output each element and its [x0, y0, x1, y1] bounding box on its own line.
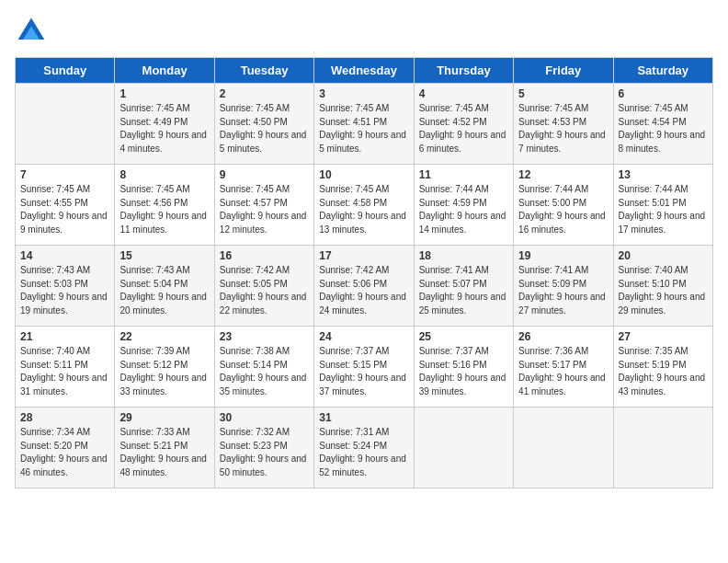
sunset-text: Sunset: 5:14 PM [220, 359, 309, 373]
weekday-header-friday: Friday [514, 58, 613, 84]
daylight-text: Daylight: 9 hours and 50 minutes. [220, 453, 309, 479]
weekday-header-sunday: Sunday [16, 58, 115, 84]
calendar-cell [613, 408, 712, 488]
sunset-text: Sunset: 5:20 PM [20, 440, 109, 454]
calendar-cell [16, 84, 115, 165]
daylight-text: Daylight: 9 hours and 24 minutes. [319, 291, 408, 317]
sunrise-text: Sunrise: 7:44 AM [619, 183, 708, 197]
calendar-cell: 9Sunrise: 7:45 AMSunset: 4:57 PMDaylight… [214, 165, 313, 246]
day-number: 20 [619, 249, 708, 262]
calendar-cell [514, 408, 613, 488]
sunset-text: Sunset: 5:15 PM [319, 359, 408, 373]
sunrise-text: Sunrise: 7:41 AM [419, 264, 508, 278]
sunset-text: Sunset: 5:21 PM [119, 440, 209, 454]
daylight-text: Daylight: 9 hours and 16 minutes. [518, 210, 608, 236]
day-number: 8 [119, 168, 209, 181]
sunrise-text: Sunrise: 7:45 AM [220, 102, 309, 116]
sunrise-text: Sunrise: 7:45 AM [319, 183, 408, 197]
calendar-cell: 22Sunrise: 7:39 AMSunset: 5:12 PMDayligh… [115, 327, 214, 408]
sunset-text: Sunset: 4:51 PM [319, 116, 408, 130]
day-info: Sunrise: 7:45 AMSunset: 4:58 PMDaylight:… [319, 183, 408, 236]
daylight-text: Daylight: 9 hours and 33 minutes. [119, 372, 209, 398]
day-number: 31 [319, 411, 408, 424]
daylight-text: Daylight: 9 hours and 31 minutes. [20, 372, 109, 398]
weekday-header-wednesday: Wednesday [314, 58, 414, 84]
sunset-text: Sunset: 4:49 PM [119, 116, 209, 130]
calendar-cell: 18Sunrise: 7:41 AMSunset: 5:07 PMDayligh… [414, 246, 513, 327]
calendar-cell: 12Sunrise: 7:44 AMSunset: 5:00 PMDayligh… [514, 165, 613, 246]
daylight-text: Daylight: 9 hours and 11 minutes. [119, 210, 209, 236]
calendar-cell: 24Sunrise: 7:37 AMSunset: 5:15 PMDayligh… [314, 327, 414, 408]
day-info: Sunrise: 7:34 AMSunset: 5:20 PMDaylight:… [20, 426, 109, 479]
sunrise-text: Sunrise: 7:32 AM [220, 426, 309, 440]
day-number: 22 [119, 330, 209, 343]
calendar-cell: 1Sunrise: 7:45 AMSunset: 4:49 PMDaylight… [115, 84, 214, 165]
day-info: Sunrise: 7:41 AMSunset: 5:07 PMDaylight:… [419, 264, 508, 317]
day-info: Sunrise: 7:40 AMSunset: 5:11 PMDaylight:… [20, 345, 109, 398]
calendar-cell: 28Sunrise: 7:34 AMSunset: 5:20 PMDayligh… [16, 408, 115, 488]
day-number: 9 [220, 168, 309, 181]
calendar-cell [414, 408, 513, 488]
day-number: 29 [119, 411, 209, 424]
sunrise-text: Sunrise: 7:40 AM [619, 264, 708, 278]
calendar-cell: 15Sunrise: 7:43 AMSunset: 5:04 PMDayligh… [115, 246, 214, 327]
sunrise-text: Sunrise: 7:42 AM [220, 264, 309, 278]
sunrise-text: Sunrise: 7:37 AM [319, 345, 408, 359]
day-info: Sunrise: 7:33 AMSunset: 5:21 PMDaylight:… [119, 426, 209, 479]
weekday-header-saturday: Saturday [613, 58, 712, 84]
daylight-text: Daylight: 9 hours and 29 minutes. [619, 291, 708, 317]
calendar-cell: 26Sunrise: 7:36 AMSunset: 5:17 PMDayligh… [514, 327, 613, 408]
daylight-text: Daylight: 9 hours and 4 minutes. [119, 129, 209, 155]
day-number: 11 [419, 168, 508, 181]
weekday-header-row: SundayMondayTuesdayWednesdayThursdayFrid… [16, 58, 713, 84]
sunset-text: Sunset: 4:57 PM [220, 197, 309, 211]
daylight-text: Daylight: 9 hours and 39 minutes. [419, 372, 508, 398]
calendar-cell: 4Sunrise: 7:45 AMSunset: 4:52 PMDaylight… [414, 84, 513, 165]
day-info: Sunrise: 7:45 AMSunset: 4:52 PMDaylight:… [419, 102, 508, 155]
daylight-text: Daylight: 9 hours and 8 minutes. [619, 129, 708, 155]
sunset-text: Sunset: 5:09 PM [518, 278, 608, 292]
day-info: Sunrise: 7:37 AMSunset: 5:15 PMDaylight:… [319, 345, 408, 398]
logo [15, 15, 51, 48]
day-info: Sunrise: 7:41 AMSunset: 5:09 PMDaylight:… [518, 264, 608, 317]
day-info: Sunrise: 7:42 AMSunset: 5:05 PMDaylight:… [220, 264, 309, 317]
day-info: Sunrise: 7:45 AMSunset: 4:57 PMDaylight:… [220, 183, 309, 236]
day-info: Sunrise: 7:43 AMSunset: 5:04 PMDaylight:… [119, 264, 209, 317]
sunrise-text: Sunrise: 7:36 AM [518, 345, 608, 359]
calendar-cell: 25Sunrise: 7:37 AMSunset: 5:16 PMDayligh… [414, 327, 513, 408]
day-number: 17 [319, 249, 408, 262]
day-info: Sunrise: 7:45 AMSunset: 4:53 PMDaylight:… [518, 102, 608, 155]
day-info: Sunrise: 7:42 AMSunset: 5:06 PMDaylight:… [319, 264, 408, 317]
day-number: 6 [619, 87, 708, 100]
day-info: Sunrise: 7:45 AMSunset: 4:51 PMDaylight:… [319, 102, 408, 155]
day-number: 25 [419, 330, 508, 343]
sunset-text: Sunset: 5:05 PM [220, 278, 309, 292]
sunset-text: Sunset: 4:53 PM [518, 116, 608, 130]
sunrise-text: Sunrise: 7:45 AM [319, 102, 408, 116]
day-number: 21 [20, 330, 109, 343]
sunrise-text: Sunrise: 7:38 AM [220, 345, 309, 359]
day-info: Sunrise: 7:43 AMSunset: 5:03 PMDaylight:… [20, 264, 109, 317]
calendar-cell: 8Sunrise: 7:45 AMSunset: 4:56 PMDaylight… [115, 165, 214, 246]
daylight-text: Daylight: 9 hours and 27 minutes. [518, 291, 608, 317]
day-info: Sunrise: 7:45 AMSunset: 4:50 PMDaylight:… [220, 102, 309, 155]
weekday-header-tuesday: Tuesday [214, 58, 313, 84]
day-info: Sunrise: 7:45 AMSunset: 4:56 PMDaylight:… [119, 183, 209, 236]
sunrise-text: Sunrise: 7:45 AM [119, 102, 209, 116]
daylight-text: Daylight: 9 hours and 14 minutes. [419, 210, 508, 236]
daylight-text: Daylight: 9 hours and 22 minutes. [220, 291, 309, 317]
day-number: 14 [20, 249, 109, 262]
calendar-cell: 29Sunrise: 7:33 AMSunset: 5:21 PMDayligh… [115, 408, 214, 488]
calendar-week-row: 14Sunrise: 7:43 AMSunset: 5:03 PMDayligh… [16, 246, 713, 327]
daylight-text: Daylight: 9 hours and 13 minutes. [319, 210, 408, 236]
day-number: 27 [619, 330, 708, 343]
daylight-text: Daylight: 9 hours and 7 minutes. [518, 129, 608, 155]
sunrise-text: Sunrise: 7:40 AM [20, 345, 109, 359]
sunset-text: Sunset: 5:11 PM [20, 359, 109, 373]
daylight-text: Daylight: 9 hours and 19 minutes. [20, 291, 109, 317]
day-number: 24 [319, 330, 408, 343]
sunset-text: Sunset: 5:16 PM [419, 359, 508, 373]
sunset-text: Sunset: 5:06 PM [319, 278, 408, 292]
daylight-text: Daylight: 9 hours and 48 minutes. [119, 453, 209, 479]
calendar-week-row: 21Sunrise: 7:40 AMSunset: 5:11 PMDayligh… [16, 327, 713, 408]
